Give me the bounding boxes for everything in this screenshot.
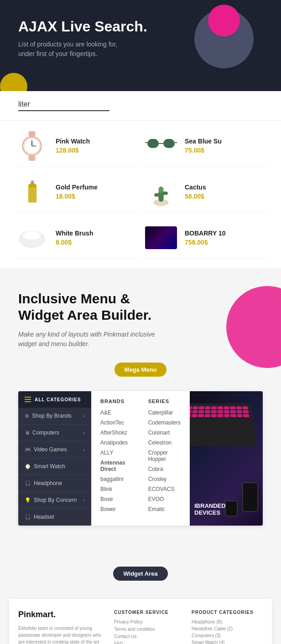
brand-item[interactable]: Bower [100, 506, 130, 512]
sidebar-item-left: 🎧 Headset [25, 514, 54, 520]
decorative-circle-yellow [0, 73, 27, 91]
footer-link-contact[interactable]: Contact Us [114, 634, 182, 639]
series-item[interactable]: Celestron [148, 440, 181, 446]
svg-point-14 [28, 183, 36, 187]
mega-dropdown: BRANDS A&E ActionTec AfterShokz Anatipod… [91, 391, 190, 526]
product-name: BOBARRY 10 [185, 230, 225, 237]
series-item[interactable]: Codemasters [148, 419, 181, 426]
list-item[interactable]: Cactus 58.00$ [143, 171, 267, 213]
list-item[interactable]: Gold Perfume 18.00$ [14, 171, 138, 213]
gear-icon: ⚙ [25, 413, 29, 419]
sidebar-item-smartwatch[interactable]: ⌚ Smart Watch [18, 458, 91, 475]
product-name: Pink Watch [56, 138, 90, 145]
sidebar-item-left: 🎧 Headphone [25, 480, 62, 486]
sidebar-header-text: ALL CATEGORIES [35, 397, 81, 402]
sidebar-item-videogames[interactable]: 🎮 Video Games › [18, 441, 91, 458]
list-item[interactable]: Pink Watch 128.00$ [14, 125, 138, 167]
product-image [14, 130, 50, 162]
series-column: SERIES Caterpillar Codemasters Cuisinart… [148, 399, 181, 518]
series-item[interactable]: Cuisinart [148, 429, 181, 436]
series-item[interactable]: Cropper Hopper [148, 450, 181, 462]
keyboard-image [190, 404, 257, 447]
brand-item[interactable]: ALLY [100, 450, 130, 456]
inclusive-section: Inclusive Menu & Widget Area Builder. Ma… [0, 268, 281, 548]
sidebar-item-label: Headset [34, 514, 54, 520]
category-item: Handsfree Cable (2) [192, 626, 272, 631]
series-item[interactable]: Ematic [148, 506, 181, 512]
phone-image [242, 482, 258, 512]
footer-categories-column: PRODUCT CATEGORIES Headphone (8) Handsfr… [192, 610, 272, 644]
svg-point-19 [158, 186, 163, 193]
svg-rect-13 [31, 180, 34, 184]
hamburger-line [25, 401, 31, 402]
sidebar-item-headphone[interactable]: 🎧 Headphone [18, 475, 91, 492]
chevron-right-icon: › [83, 414, 85, 419]
footer-link-faq[interactable]: FAQ [114, 641, 182, 644]
footer-link-privacy[interactable]: Privacy Policy [114, 619, 182, 624]
headset-icon: 🎧 [25, 514, 31, 520]
product-name: White Brush [56, 230, 93, 237]
product-info: BOBARRY 10 758.00$ [185, 230, 225, 246]
chevron-right-icon: › [83, 430, 85, 435]
series-item[interactable]: Cobra [148, 466, 181, 472]
sidebar-item-left: 🖥 Computers [25, 429, 59, 436]
sidebar-header: ALL CATEGORIES [18, 391, 91, 408]
sidebar-item-computers[interactable]: 🖥 Computers › [18, 424, 91, 441]
brands-column-title: BRANDS [100, 399, 130, 404]
series-item[interactable]: Caterpillar [148, 409, 181, 416]
product-info: Cactus 58.00$ [185, 184, 206, 200]
product-info: Pink Watch 128.00$ [56, 138, 90, 154]
product-image [14, 222, 50, 254]
list-item[interactable]: White Brush 8.00$ [14, 217, 138, 259]
series-item[interactable]: EVOO [148, 496, 181, 502]
chevron-right-icon: › [83, 447, 85, 452]
brand-item[interactable]: Blink [100, 486, 130, 492]
svg-rect-7 [163, 139, 175, 148]
brand-item[interactable]: ActionTec [100, 419, 130, 426]
brand-item[interactable]: AfterShokz [100, 429, 130, 436]
product-price: 18.00$ [56, 193, 98, 200]
sidebar-item-left: ⚙ Shop By Brands [25, 413, 72, 419]
series-item[interactable]: Crosley [148, 476, 181, 482]
sidebar-item-headset[interactable]: 🎧 Headset [18, 509, 91, 526]
category-item: Smart Watch (4) [192, 640, 272, 644]
decorative-circle-pink [208, 5, 240, 36]
brand-item[interactable]: Bose [100, 496, 130, 502]
branded-devices-panel: IBRANDED DEVICES [190, 391, 263, 526]
sidebar-item-concern[interactable]: 💡 Shop By Concern › [18, 492, 91, 509]
sidebar-item-label: Shop By Brands [32, 413, 72, 419]
search-input[interactable] [18, 100, 109, 111]
sidebar-item-left: ⌚ Smart Watch [25, 463, 65, 470]
product-image [14, 176, 50, 208]
product-image [143, 222, 179, 254]
monitor-icon: 🖥 [25, 430, 30, 435]
svg-point-21 [23, 231, 41, 240]
product-info: Gold Perfume 18.00$ [56, 184, 98, 200]
inclusive-title: Inclusive Menu & Widget Area Builder. [18, 291, 164, 323]
brand-item[interactable]: baggallini [100, 476, 130, 482]
product-name: Gold Perfume [56, 184, 98, 191]
watch-icon: ⌚ [25, 464, 31, 470]
list-item[interactable]: BOBARRY 10 758.00$ [143, 217, 267, 259]
product-price: 8.00$ [56, 239, 93, 246]
footer-logo: Pinkmart. [18, 610, 105, 619]
menu-builder: ALL CATEGORIES ⚙ Shop By Brands › 🖥 Comp… [18, 391, 263, 526]
svg-rect-17 [154, 193, 160, 196]
brand-item[interactable]: A&E [100, 409, 130, 416]
sidebar-item-brands[interactable]: ⚙ Shop By Brands › [18, 408, 91, 424]
footer-description: Ekkofolio team is consisted of young pas… [18, 625, 105, 644]
widget-area-badge: Widget Area [113, 567, 167, 581]
footer-link-terms[interactable]: Terms and condition [114, 627, 182, 632]
series-item[interactable]: ECOVACS [148, 486, 181, 492]
hero-section: AJAX Live Search. List of products you a… [0, 0, 281, 91]
product-name: Cactus [185, 184, 206, 191]
hero-subtitle: List of products you are looking for, un… [18, 40, 146, 59]
series-column-title: SERIES [148, 399, 181, 404]
list-item[interactable]: Sea Blue Su 75.00$ [143, 125, 267, 167]
svg-rect-1 [29, 155, 36, 160]
category-item: Headphone (8) [192, 619, 272, 624]
brand-item[interactable]: Antennas Direct [100, 460, 130, 472]
product-price: 75.00$ [185, 147, 222, 154]
brand-item[interactable]: Anatipodes [100, 440, 130, 446]
headphone-icon: 🎧 [25, 480, 31, 486]
